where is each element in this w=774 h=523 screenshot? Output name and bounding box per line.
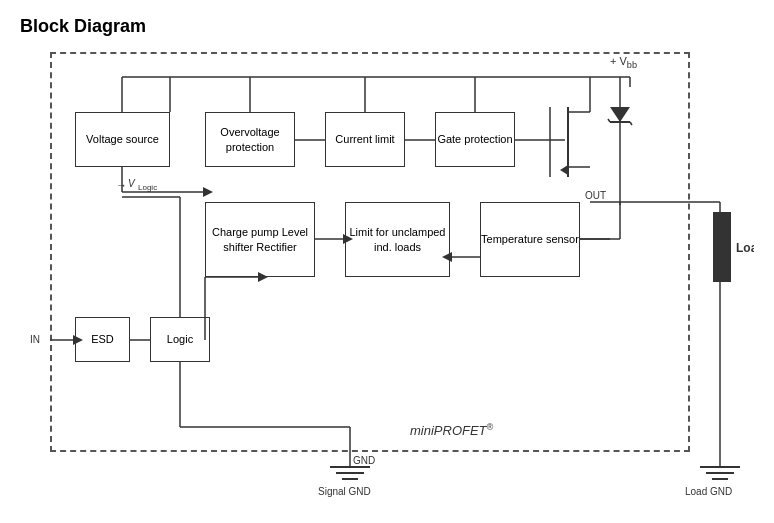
svg-marker-40: [258, 272, 268, 282]
svg-marker-22: [560, 165, 568, 175]
svg-line-28: [630, 122, 632, 125]
page-title: Block Diagram: [20, 16, 754, 37]
svg-text:→: →: [116, 179, 127, 191]
svg-text:Load: Load: [736, 241, 754, 255]
svg-marker-37: [442, 252, 452, 262]
svg-marker-44: [343, 234, 353, 244]
svg-text:Signal GND: Signal GND: [318, 486, 371, 497]
svg-text:IN: IN: [30, 334, 40, 345]
svg-marker-47: [73, 335, 83, 345]
svg-text:V: V: [128, 178, 136, 189]
circuit-wires: V Logic →: [20, 47, 754, 507]
svg-text:OUT: OUT: [585, 190, 606, 201]
svg-rect-63: [713, 212, 731, 282]
svg-line-27: [608, 119, 610, 122]
block-diagram: miniPROFET® + Vbb Voltage source Overvol…: [20, 47, 754, 507]
svg-text:Logic: Logic: [138, 183, 157, 192]
svg-text:GND: GND: [353, 455, 375, 466]
svg-marker-9: [203, 187, 213, 197]
svg-marker-24: [610, 107, 630, 122]
svg-text:Load GND: Load GND: [685, 486, 732, 497]
